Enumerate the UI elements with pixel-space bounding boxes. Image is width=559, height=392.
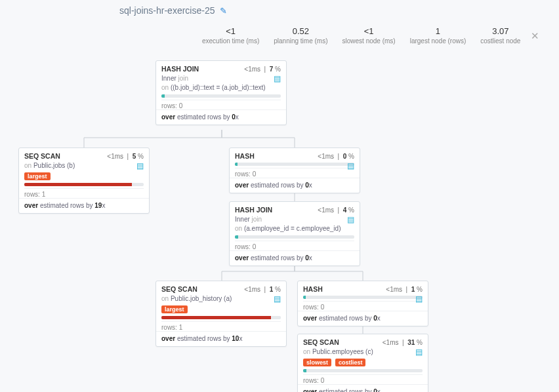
database-icon: ▤ (347, 215, 354, 224)
node-name: HASH (303, 285, 323, 293)
node-name: HASH JOIN (235, 206, 272, 214)
node-seqscan-jobs[interactable]: SEQ SCAN <1ms | 5 % ▤ on Public.jobs (b)… (18, 147, 150, 214)
node-meta: <1ms | 0 % (318, 153, 354, 160)
node-name: HASH (235, 152, 255, 160)
node-hash-join-inner[interactable]: HASH JOIN <1ms | 4 % ▤ Inner join on (a.… (229, 201, 360, 266)
largest-badge: largest (24, 172, 51, 180)
node-hash-1[interactable]: HASH <1ms | 0 % ▤ rows: 0 over estimated… (229, 147, 360, 193)
close-icon[interactable]: ✕ (531, 30, 539, 42)
database-icon: ▤ (274, 294, 281, 304)
slowest-badge: slowest (303, 359, 331, 366)
node-seqscan-jobhistory[interactable]: SEQ SCAN <1ms | 1 % ▤ on Public.job_hist… (155, 281, 287, 347)
stat-slowest: <1 slowest node (ms) (342, 26, 396, 45)
node-meta: <1ms | 4 % (318, 206, 354, 214)
node-name: SEQ SCAN (303, 338, 339, 346)
database-icon: ▤ (415, 347, 423, 357)
node-meta: <1ms | 1 % (244, 286, 281, 293)
node-meta: <1ms | 7 % (244, 66, 281, 73)
node-hash-2[interactable]: HASH <1ms | 1 % ▤ rows: 0 over estimated… (297, 281, 428, 326)
node-seqscan-employees[interactable]: SEQ SCAN <1ms | 31 % ▤ on Public.employe… (297, 334, 428, 392)
stat-costliest: 3.07 costliest node (480, 26, 520, 45)
node-name: HASH JOIN (161, 65, 199, 73)
node-hash-join-root[interactable]: HASH JOIN <1ms | 7 % ▤ Inner join on ((b… (155, 60, 287, 125)
node-meta: <1ms | 5 % (107, 153, 144, 160)
stat-exec-time: <1 execution time (ms) (202, 26, 259, 45)
node-meta: <1ms | 31 % (383, 339, 423, 346)
database-icon: ▤ (136, 161, 144, 170)
database-icon: ▤ (415, 294, 423, 304)
plan-title: sql-joins-hr-exercise-25 ✎ (119, 5, 227, 16)
database-icon: ▤ (347, 161, 354, 170)
largest-badge: largest (161, 305, 188, 313)
node-name: SEQ SCAN (161, 285, 197, 293)
node-name: SEQ SCAN (24, 152, 60, 160)
stat-largest: 1 largest node (rows) (410, 26, 466, 45)
stat-plan-time: 0.52 planning time (ms) (274, 26, 327, 45)
stats-bar: <1 execution time (ms) 0.52 planning tim… (202, 26, 520, 45)
database-icon: ▤ (274, 74, 281, 83)
edit-icon[interactable]: ✎ (220, 6, 227, 16)
costliest-badge: costliest (335, 359, 366, 366)
node-meta: <1ms | 1 % (386, 286, 423, 293)
plan-title-text: sql-joins-hr-exercise-25 (119, 5, 215, 16)
